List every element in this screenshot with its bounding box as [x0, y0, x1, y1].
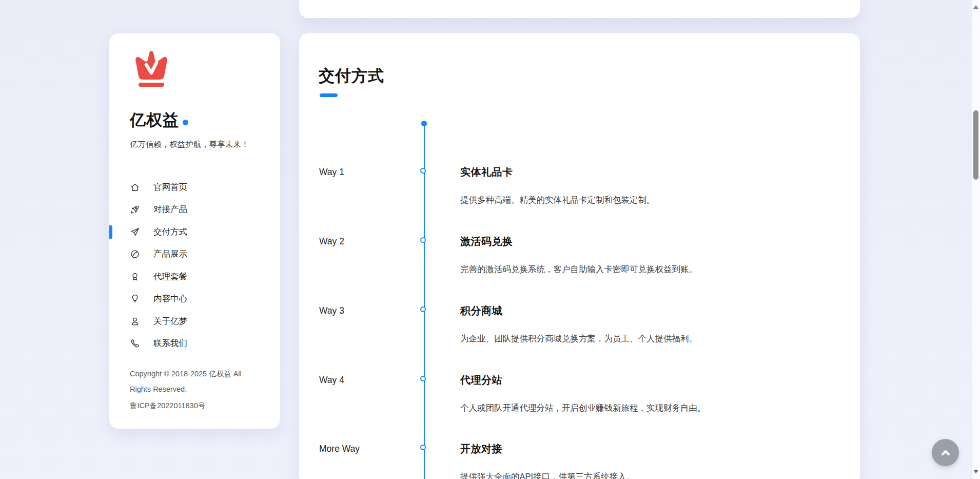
sidebar-item-about[interactable]: 关于亿梦 — [109, 310, 280, 333]
brand-slogan: 亿万信赖，权益护航，尊享未来！ — [130, 140, 249, 149]
title-underline — [320, 93, 338, 97]
icp-number: 鲁ICP备2022011830号 — [130, 398, 205, 413]
timeline-node-icon — [420, 168, 426, 174]
chevron-up-icon — [939, 446, 952, 459]
timeline-node-icon — [420, 306, 426, 312]
timeline-item-title: 实体礼品卡 — [460, 165, 513, 179]
award-icon — [130, 272, 140, 282]
timeline-way-label: Way 2 — [319, 234, 344, 248]
brand: 亿权益 — [130, 109, 188, 131]
timeline-item-description: 完善的激活码兑换系统，客户自助输入卡密即可兑换权益到账。 — [460, 263, 697, 275]
timeline-item-title: 代理分站 — [460, 373, 502, 387]
timeline-way-label: Way 1 — [319, 165, 344, 179]
sidebar-item-content-center[interactable]: 内容中心 — [109, 288, 280, 311]
brand-title: 亿权益 — [130, 109, 179, 131]
home-icon — [130, 182, 140, 193]
sidebar-item-label: 内容中心 — [153, 293, 187, 304]
scrollbar-track[interactable] — [971, 0, 980, 479]
sidebar-item-label: 代理套餐 — [153, 271, 187, 282]
timeline-node-icon — [420, 376, 426, 381]
timeline-line — [424, 123, 425, 479]
sidebar-item-label: 联系我们 — [153, 338, 187, 349]
copyright-text: Copyright © 2018-2025 亿权益 All Rights Res… — [130, 366, 263, 397]
delivery-methods-card: 交付方式 Way 1 实体礼品卡 提供多种高端、精美的实体礼品卡定制和包装定制。… — [299, 33, 860, 479]
scrollbar-up-arrow-icon[interactable] — [973, 5, 978, 9]
scrollbar-down-arrow-icon[interactable] — [973, 470, 978, 473]
timeline-node-icon — [420, 237, 426, 243]
paper-plane-icon — [130, 227, 140, 237]
rocket-icon — [130, 204, 140, 215]
sidebar-menu: 官网首页 对接产品 交付方式 产品展示 — [109, 176, 280, 355]
sidebar-item-products[interactable]: 对接产品 — [109, 199, 280, 221]
timeline-node-icon — [420, 445, 426, 450]
sidebar-card: 亿权益 亿万信赖，权益护航，尊享未来！ 官网首页 对接产品 交付方式 — [109, 33, 280, 429]
sidebar-item-home[interactable]: 官网首页 — [109, 176, 280, 199]
sidebar-item-label: 产品展示 — [153, 248, 187, 260]
previous-section-card — [299, 0, 860, 18]
brand-dot — [183, 120, 188, 125]
timeline-item-description: 提供多种高端、精美的实体礼品卡定制和包装定制。 — [460, 194, 655, 206]
timeline-item-description: 提供强大全面的API接口，供第三方系统接入。 — [460, 470, 635, 479]
sidebar-item-label: 交付方式 — [153, 226, 187, 238]
timeline-item-title: 激活码兑换 — [460, 234, 513, 248]
timeline-item-title: 开放对接 — [460, 442, 502, 456]
sidebar-item-label: 关于亿梦 — [153, 316, 187, 327]
timeline-way-label: More Way — [319, 442, 360, 456]
sidebar-item-showcase[interactable]: 产品展示 — [109, 243, 280, 266]
timeline-item-description: 为企业、团队提供积分商城兑换方案，为员工、个人提供福利。 — [460, 332, 697, 344]
active-indicator — [109, 225, 112, 239]
user-icon — [130, 316, 140, 327]
lightbulb-icon — [130, 294, 140, 304]
timeline-item-description: 个人或团队开通代理分站，开启创业赚钱新旅程，实现财务自由。 — [460, 401, 706, 414]
timeline-way-label: Way 3 — [319, 303, 344, 318]
sidebar-item-agent-plans[interactable]: 代理套餐 — [109, 265, 280, 288]
timeline-item-title: 积分商城 — [460, 303, 502, 318]
sidebar-item-label: 对接产品 — [153, 204, 187, 215]
phone-icon — [130, 338, 140, 349]
timeline-way-label: Way 4 — [319, 373, 344, 387]
sidebar-item-delivery[interactable]: 交付方式 — [109, 221, 280, 243]
back-to-top-button[interactable] — [932, 439, 959, 466]
compass-icon — [130, 249, 140, 259]
page-title: 交付方式 — [319, 65, 384, 87]
scrollbar-thumb[interactable] — [973, 110, 978, 180]
sidebar-item-contact[interactable]: 联系我们 — [109, 333, 280, 355]
crown-icon — [132, 48, 171, 89]
sidebar-item-label: 官网首页 — [153, 182, 187, 193]
timeline-start-dot — [421, 121, 427, 126]
